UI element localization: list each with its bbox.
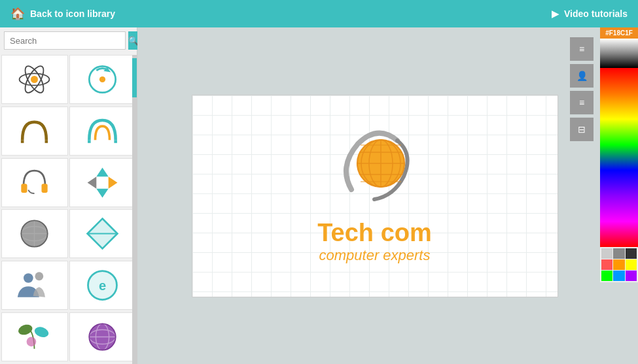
video-label: Video tutorials [564,8,628,19]
svg-point-28 [35,273,44,281]
svg-rect-11 [22,184,27,193]
canvas-board[interactable]: Tech com computer experts [192,95,558,297]
icon-purple-globe [84,319,120,355]
list-item[interactable] [69,107,136,156]
list-item[interactable] [1,261,68,310]
icon-diamond [84,216,120,252]
text-align-button[interactable]: ≡ [570,91,594,114]
list-item[interactable] [69,312,136,361]
icon-headphones [16,165,52,201]
icon-arch-brown [16,113,52,149]
back-label: Back to icon library [30,8,115,19]
canvas-area: Tech com computer experts ≡ 👤 ≡ ⊟ [137,27,638,364]
canvas-toolbar: ≡ 👤 ≡ ⊟ [570,37,594,141]
color-swatch-white[interactable] [601,248,612,259]
icon-arrows [84,165,120,201]
icon-e-circle: e [84,267,120,303]
icon-refresh-arrow [84,61,120,97]
list-item[interactable] [69,209,136,258]
svg-marker-14 [108,176,117,188]
left-sidebar: 🔍 [0,27,137,364]
layers-icon: ⊟ [578,124,586,135]
color-gradient-strip[interactable] [600,68,638,247]
color-swatch-dark[interactable] [626,248,637,259]
icon-globe-grey [16,216,52,252]
layers-button[interactable]: ⊟ [570,118,594,141]
scroll-thumb [132,58,137,97]
color-swatch-orange[interactable] [613,259,624,270]
svg-point-27 [24,273,33,283]
color-hex-display: #F18C1F [600,27,638,39]
canvas-text-main: Tech com [317,219,432,247]
list-item[interactable] [1,55,68,104]
video-tutorials-button[interactable]: ▶ Video tutorials [552,8,628,19]
color-swatch-red[interactable] [601,259,612,270]
color-swatch-blue[interactable] [613,271,624,281]
color-swatches-grid [600,247,638,282]
svg-marker-16 [87,176,96,188]
list-item[interactable] [1,107,68,156]
icon-plant [16,319,52,355]
sidebar-scrollbar[interactable] [132,55,137,364]
list-item[interactable] [69,158,136,207]
back-to-library-button[interactable]: 🏠 Back to icon library [10,7,115,21]
svg-point-32 [17,323,34,337]
person-icon: 👤 [576,71,588,81]
list-item[interactable] [1,209,68,258]
color-swatch-purple[interactable] [626,271,637,281]
list-item[interactable] [69,55,136,104]
list-item[interactable] [1,312,68,361]
svg-point-0 [31,76,38,83]
list-view-button[interactable]: ≡ [570,37,594,61]
canvas-wrapper: Tech com computer experts ≡ 👤 ≡ ⊟ [137,27,638,364]
icon-people [16,267,52,303]
search-input[interactable] [4,31,126,50]
list-item[interactable] [1,158,68,207]
svg-point-33 [33,325,50,339]
svg-rect-12 [42,184,48,193]
canvas-text-sub: computer experts [319,247,431,264]
svg-point-6 [99,76,105,82]
header: 🏠 Back to icon library ▶ Video tutorials [0,0,638,27]
person-view-button[interactable]: 👤 [570,64,594,88]
icon-arch-blue [84,113,120,149]
svg-text:e: e [99,278,106,293]
color-swatch-yellow[interactable] [626,259,637,270]
color-swatch-grey[interactable] [613,248,624,259]
search-bar: 🔍 [0,27,137,54]
icon-grid: e [0,54,137,364]
list-icon: ≡ [579,44,584,54]
grey-scale-strip[interactable] [600,39,638,68]
svg-marker-13 [96,167,108,176]
canvas-text-orange: com [381,219,432,246]
align-icon: ≡ [579,97,584,108]
logo-globe-icon [332,127,417,212]
color-swatch-green[interactable] [601,271,612,281]
canvas-logo: Tech com computer experts [317,127,432,264]
svg-marker-15 [96,188,108,197]
video-icon: ▶ [552,8,559,19]
list-item[interactable]: e [69,261,136,310]
canvas-text-black: Tech [317,219,380,246]
icon-atom [16,61,52,97]
main-layout: 🔍 [0,27,638,364]
svg-point-34 [27,337,37,347]
back-arrow-icon: 🏠 [10,7,25,21]
color-picker-panel: #F18C1F [600,27,638,282]
